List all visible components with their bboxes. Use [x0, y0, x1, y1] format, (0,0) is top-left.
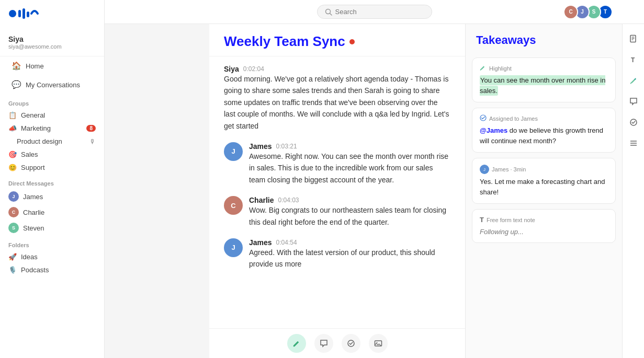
- action-list-button[interactable]: [625, 135, 642, 152]
- sidebar-item-product-design[interactable]: Product design 🎙: [0, 135, 104, 148]
- dm-steven-label: Steven: [23, 224, 44, 232]
- freeform-label-text: Free form text note: [487, 217, 535, 223]
- message-body-1: Siya 0:02:04 Good morning. We've got a r…: [224, 65, 450, 132]
- sidebar-item-home-label: Home: [26, 62, 44, 70]
- message-group-1: Siya 0:02:04 Good morning. We've got a r…: [224, 65, 450, 132]
- takeaways-header: Takeaways: [466, 24, 622, 53]
- message-header-1: Siya 0:02:04: [224, 65, 450, 73]
- sidebar: Siya siya@awesome.com 🏠 Home 💬 My Conver…: [0, 0, 105, 358]
- toolbar-task-button[interactable]: [342, 334, 360, 353]
- dm-james-label: James: [23, 193, 43, 201]
- general-label: General: [21, 111, 45, 119]
- folders-label: Folders: [0, 236, 104, 250]
- james-avatar: J: [8, 191, 19, 202]
- assigned-label-text: Assigned to James: [489, 116, 538, 122]
- product-design-label: Product design: [17, 137, 62, 145]
- message-avatar-charlie: C: [224, 196, 243, 215]
- podcasts-label: Podcasts: [21, 266, 49, 274]
- comment-user-avatar: J: [480, 165, 489, 174]
- action-chat-button[interactable]: [625, 93, 642, 110]
- message-row-1: Siya 0:02:04 Good morning. We've got a r…: [224, 65, 450, 132]
- svg-text:T: T: [631, 56, 635, 64]
- search-icon: [325, 8, 332, 16]
- takeaway-label-highlight: Highlight: [480, 64, 608, 72]
- message-avatar-james-2: J: [224, 238, 243, 257]
- takeaway-highlight-text: You can see the month over month rise in…: [480, 75, 608, 96]
- search-bar[interactable]: [317, 5, 432, 19]
- takeaways-list: Highlight You can see the month over mon…: [466, 53, 622, 358]
- message-content-1: Good morning. We've got a relatively sho…: [224, 73, 450, 132]
- message-sender-2: James: [249, 142, 272, 151]
- sidebar-user: Siya siya@awesome.com: [0, 31, 104, 56]
- message-sender-4: James: [249, 238, 272, 247]
- mention-text: @James: [480, 126, 507, 134]
- message-time-1: 0:02:04: [243, 65, 264, 73]
- podcasts-icon: 🎙️: [8, 266, 17, 274]
- dm-james[interactable]: J James: [0, 189, 104, 204]
- takeaways-title: Takeaways: [476, 33, 612, 47]
- conversations-icon: 💬: [12, 80, 21, 89]
- action-notes-button[interactable]: [625, 30, 642, 47]
- takeaway-card-assigned: Assigned to James @James do we believe t…: [472, 108, 616, 153]
- freeform-input-wrapper[interactable]: [480, 227, 608, 236]
- message-header-2: James 0:03:21: [249, 142, 450, 151]
- dm-steven[interactable]: S Steven: [0, 220, 104, 236]
- message-content-3: Wow. Big congrats to our northeastern sa…: [249, 204, 450, 228]
- search-input[interactable]: [335, 8, 409, 16]
- logo: [0, 0, 104, 31]
- svg-line-5: [330, 13, 332, 15]
- sidebar-item-marketing[interactable]: 📣 Marketing 8: [0, 122, 104, 135]
- toolbar-highlight-button[interactable]: [287, 334, 306, 353]
- svg-rect-2: [22, 8, 25, 19]
- marketing-badge: 8: [86, 125, 96, 132]
- message-body-2: James 0:03:21 Awesome. Right now. You ca…: [249, 142, 450, 186]
- sidebar-item-home[interactable]: 🏠 Home: [3, 57, 101, 75]
- takeaway-card-comment: J James · 3min Yes. Let me make a foreca…: [472, 158, 616, 204]
- freeform-text-input[interactable]: [480, 228, 608, 236]
- topbar: C J S T: [105, 0, 644, 24]
- freeform-label-icon: T: [480, 216, 484, 224]
- takeaway-card-freeform: T Free form text note: [472, 209, 616, 243]
- dm-charlie[interactable]: C Charlie: [0, 204, 104, 220]
- chat-toolbar: [209, 328, 465, 358]
- sidebar-item-sales[interactable]: 🎯 Sales: [0, 148, 104, 161]
- folder-ideas[interactable]: 🚀 Ideas: [0, 250, 104, 263]
- message-row-4: J James 0:04:54 Agreed. With the latest …: [224, 238, 450, 270]
- takeaway-card-highlight: Highlight You can see the month over mon…: [472, 57, 616, 102]
- topbar-avatars: C J S T: [567, 5, 613, 19]
- chat-header: Weekly Team Sync: [209, 24, 465, 56]
- message-time-3: 0:04:03: [278, 197, 299, 204]
- sidebar-item-conversations-label: My Conversations: [26, 81, 80, 89]
- message-time-2: 0:03:21: [276, 143, 297, 150]
- takeaway-label-assigned: Assigned to James: [480, 114, 608, 122]
- toolbar-comment-button[interactable]: [314, 334, 333, 353]
- action-highlight-pen-button[interactable]: [625, 72, 642, 89]
- sales-label: Sales: [21, 151, 38, 158]
- sales-icon: 🎯: [8, 151, 17, 158]
- action-check-button[interactable]: [625, 114, 642, 131]
- sidebar-item-support[interactable]: 😊 Support: [0, 161, 104, 174]
- dm-label: Direct Messages: [0, 174, 104, 189]
- topbar-avatar-1: C: [563, 5, 578, 19]
- chat-title: Weekly Team Sync: [224, 33, 345, 50]
- message-group-3: C Charlie 0:04:03 Wow. Big congrats to o…: [224, 196, 450, 228]
- takeaways-panel: Takeaways Highlight You can see the mont…: [465, 24, 622, 358]
- marketing-icon: 📣: [8, 124, 17, 132]
- ideas-icon: 🚀: [8, 253, 17, 261]
- takeaway-assigned-text: @James do we believe this growth trend w…: [480, 125, 608, 146]
- folder-podcasts[interactable]: 🎙️ Podcasts: [0, 263, 104, 276]
- svg-point-9: [480, 115, 486, 121]
- svg-point-8: [376, 342, 377, 343]
- sidebar-item-general[interactable]: 📋 General: [0, 109, 104, 122]
- sidebar-item-my-conversations[interactable]: 💬 My Conversations: [3, 76, 101, 94]
- toolbar-image-button[interactable]: [369, 334, 388, 353]
- user-email: siya@awesome.com: [8, 43, 96, 50]
- action-text-button[interactable]: T: [625, 51, 642, 68]
- chat-messages: Siya 0:02:04 Good morning. We've got a r…: [209, 56, 465, 328]
- ideas-label: Ideas: [21, 253, 38, 261]
- highlighted-text: You can see the month over month rise in…: [480, 75, 605, 96]
- message-group-4: J James 0:04:54 Agreed. With the latest …: [224, 238, 450, 270]
- comment-user-label: James · 3min: [492, 166, 526, 172]
- svg-rect-1: [18, 10, 21, 17]
- message-time-4: 0:04:54: [276, 239, 297, 246]
